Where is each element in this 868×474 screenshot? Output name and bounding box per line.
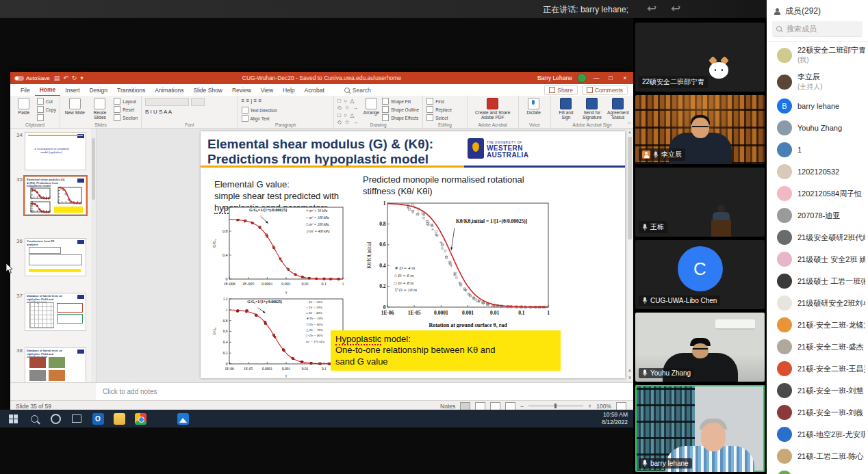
chart-rotational-stiffness[interactable]: 1E-061E-050.00010.0010.010.1100.20.40.60… [365, 198, 554, 328]
annotation-undo-icons[interactable]: ↩ ↩ [647, 1, 686, 16]
list-buttons[interactable]: ≡ ≡ | ≡ ≡ [242, 98, 262, 104]
close-button[interactable]: × [620, 75, 630, 81]
member-row[interactable]: B barry lehane [767, 95, 868, 117]
dictate-button[interactable]: Dictate [522, 98, 546, 115]
slide-sorter-view-button[interactable] [475, 402, 485, 410]
cortana-button[interactable] [47, 410, 64, 427]
thumbnail-slide-34[interactable]: 34 4. Development of simplified model (r… [13, 132, 86, 170]
next-slide-button[interactable]: ∨ [628, 375, 631, 380]
ribbon-tab[interactable]: View [256, 84, 278, 96]
share-button[interactable]: Share [544, 85, 578, 95]
ribbon-tab[interactable]: Acrobat [300, 84, 329, 96]
font-format-buttons[interactable]: B I U S A A [145, 109, 172, 115]
reuse-slides-button[interactable]: Reuse Slides [89, 98, 112, 120]
video-tile-shaoningzhou[interactable]: 22硕安全二班邵宁胄 [635, 23, 765, 92]
select-button[interactable]: Select [426, 114, 452, 121]
start-button[interactable] [5, 410, 21, 427]
video-tile-barrylehane-speaking[interactable]: barry lehane [635, 385, 765, 472]
ribbon-tab[interactable]: Help [278, 84, 299, 96]
video-tile-youhuzhang[interactable]: Youhu Zhang [635, 313, 765, 382]
section-button[interactable]: Section [114, 114, 138, 121]
member-row[interactable]: 21硕-安全二班-龙镜元 [767, 314, 868, 336]
video-tile-wangdong[interactable]: 王栋 [635, 168, 765, 237]
member-row[interactable]: 21级硕士 工岩一班张依杰 [767, 270, 868, 292]
zoom-in-button[interactable]: + [588, 403, 591, 410]
find-button[interactable]: Find [426, 98, 452, 105]
quick-access-toolbar[interactable]: ▤↶↻▾ [54, 75, 87, 81]
ribbon-tab[interactable]: File [16, 84, 35, 96]
member-row[interactable]: 李立辰 (主持人) [767, 68, 868, 95]
video-tile-lilichen[interactable]: 李立辰 [635, 95, 765, 164]
right-column-heading[interactable]: Predicted monopile normalised rotational… [363, 174, 524, 198]
ribbon-tab[interactable]: Transitions [112, 84, 150, 96]
send-signature-button[interactable]: Send for Signature [580, 98, 604, 120]
shape-outline-button[interactable]: Shape Outline [382, 106, 419, 113]
member-row[interactable]: 21硕-安全二班-盛杰 [767, 336, 868, 358]
ribbon-tab[interactable]: Home [35, 83, 61, 96]
chart-g-degradation-stress[interactable]: 1E-0061E-0050.00010.0010.010.1100.40.81.… [211, 204, 346, 294]
member-row[interactable]: 21硕-安全一班-刘薇 [767, 401, 868, 423]
slideshow-view-button[interactable] [505, 402, 515, 410]
member-row[interactable]: 21硕-安全一班-刘慧 [767, 380, 868, 401]
video-tile-libochen[interactable]: C CUG-UWA-Libo Chen [635, 240, 765, 309]
thumbnail-scrollbar[interactable] [91, 129, 96, 382]
account-avatar[interactable] [577, 73, 587, 83]
member-search-input[interactable] [785, 24, 856, 34]
replace-button[interactable]: Replace [426, 106, 452, 113]
format-painter-button[interactable] [37, 114, 56, 121]
notes-pane[interactable]: Click to add notes [96, 382, 633, 401]
ribbon-tab[interactable]: Insert [60, 84, 84, 96]
scroll-up-icon[interactable]: ▲ [628, 130, 632, 134]
undo-icon[interactable]: ↶ [63, 75, 72, 81]
search-box[interactable]: Search [344, 87, 371, 94]
new-slide-button[interactable]: New Slide [64, 98, 86, 115]
chart-g-degradation-density[interactable]: 1E-061E-050.00010.0010.010.1100.20.40.60… [211, 295, 346, 378]
autosave-switch-icon[interactable] [14, 76, 24, 81]
previous-slide-button[interactable]: ∧ [628, 368, 631, 373]
member-row[interactable]: 207078-迪亚 [767, 205, 868, 226]
member-row[interactable]: 1 [767, 139, 868, 161]
shape-fill-button[interactable]: Shape Fill [382, 98, 419, 105]
notes-toggle-button[interactable]: Notes [440, 403, 455, 410]
arrange-button[interactable]: Arrange [363, 98, 379, 115]
maximize-button[interactable]: □ [606, 75, 615, 81]
member-row[interactable]: Youhu Zhang [767, 117, 868, 139]
autosave-toggle[interactable]: AutoSave [14, 75, 50, 81]
agreement-status-button[interactable]: Agreement Status [607, 98, 630, 120]
highlight-box[interactable]: Hypoplastic model: One-to-one relationsh… [331, 330, 561, 371]
fill-sign-button[interactable]: Fill and Sign [554, 98, 578, 120]
member-row[interactable]: 21硕-地空2班-尤安琪 [767, 423, 868, 445]
redo-icon[interactable]: ↻ [72, 75, 81, 81]
normal-view-button[interactable] [460, 402, 470, 410]
photos-taskbar-button[interactable] [175, 410, 191, 427]
paste-button[interactable]: Paste [14, 98, 34, 115]
copy-button[interactable]: Copy [37, 106, 56, 113]
taskbar-clock[interactable]: 10:59 AM 8/12/2022 [602, 411, 633, 426]
powerpoint-taskbar-button[interactable]: P [153, 410, 170, 427]
reading-view-button[interactable] [490, 402, 500, 410]
member-row[interactable]: 21级硕研安全2班刘卓 [767, 292, 868, 314]
font-name-select[interactable] [145, 98, 189, 106]
align-text-button[interactable]: Align Text [242, 115, 277, 122]
qat-dropdown-icon[interactable]: ▾ [80, 75, 87, 81]
text-direction-button[interactable]: Text Direction [242, 107, 277, 114]
fit-to-window-button[interactable] [616, 402, 626, 410]
member-row[interactable]: 21硕-安全二班-王昌昊 [767, 358, 868, 380]
font-size-select[interactable] [191, 98, 205, 106]
file-explorer-button[interactable] [111, 410, 127, 427]
comments-button[interactable]: Comments [582, 85, 628, 95]
zoom-level[interactable]: 100% [596, 403, 611, 410]
ribbon-tab[interactable]: Design [85, 84, 112, 96]
member-row[interactable]: 1202120532 [767, 161, 868, 183]
member-row[interactable]: 1202120584周子恒 [767, 183, 868, 205]
zoom-slider[interactable] [528, 406, 583, 406]
ribbon-tab[interactable]: Slide Show [188, 84, 227, 96]
minimize-button[interactable]: — [591, 75, 601, 81]
chrome-taskbar-button[interactable] [132, 410, 149, 427]
slide-scrollbar[interactable]: ▲ ∧∨ [627, 130, 633, 381]
collapse-ribbon-icon[interactable]: ^ [628, 120, 630, 127]
slide-title[interactable]: Elemental shear modulus (G) & (Kθ): Pred… [207, 137, 433, 167]
thumbnail-slide-38[interactable]: 38 Database of lateral tests on rigid pi… [13, 347, 86, 382]
member-row[interactable]: 21硕-工岩二班-陈心 [767, 445, 868, 467]
member-row[interactable]: 22硕安全二班邵宁胄 (我) [767, 42, 868, 68]
